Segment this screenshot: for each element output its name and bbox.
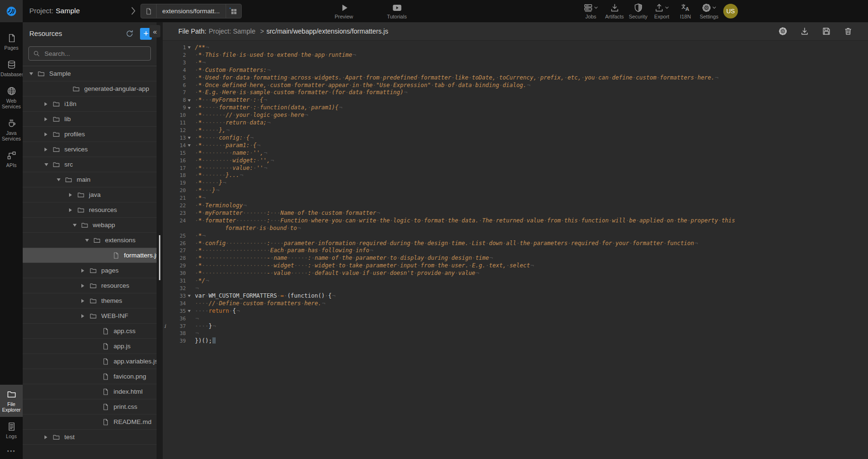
line-number: 12 [180, 127, 186, 134]
download-button[interactable] [800, 26, 809, 36]
expand-arrow-icon[interactable] [44, 148, 47, 151]
topbar-item-security[interactable]: Security [626, 2, 650, 19]
gutter: 19 [163, 179, 193, 187]
fold-arrow-icon[interactable] [188, 137, 191, 139]
settings-button[interactable] [778, 26, 788, 36]
delete-button[interactable] [843, 26, 853, 36]
expand-arrow-icon[interactable] [44, 435, 47, 439]
expand-arrow-icon[interactable] [81, 314, 84, 318]
expand-arrow-icon[interactable] [44, 102, 47, 106]
rail-item-databases[interactable]: Databases [0, 55, 23, 81]
collapse-arrow-icon[interactable] [73, 224, 77, 227]
tree-item-i18n[interactable]: i18n [23, 97, 157, 112]
tree-item-readme-md[interactable]: README.md [23, 415, 157, 430]
line-number: 4 [183, 67, 186, 74]
expand-arrow-icon[interactable] [69, 193, 72, 197]
code-area[interactable]: 1/**¬2·*·This·file·is·used·to·extend·the… [163, 41, 868, 345]
gutter: 34 [163, 300, 193, 308]
fold-arrow-icon[interactable] [188, 46, 191, 49]
app-logo[interactable] [0, 0, 23, 22]
tree-item-webapp[interactable]: webapp [23, 218, 157, 233]
tree-item-index-html[interactable]: index.html [23, 384, 157, 399]
rail-item-file-explorer[interactable]: File Explorer [0, 385, 23, 417]
project-name: Sample [56, 7, 80, 15]
code-line-2: 2·*·This·file·is·used·to·extend·the·app·… [163, 52, 868, 59]
save-button[interactable] [822, 26, 831, 36]
rail-item-logs[interactable]: Logs [0, 417, 23, 443]
more-options-icon[interactable]: ●●● [7, 443, 16, 459]
tree-item-app-variables-json[interactable]: app.variables.json [23, 354, 157, 369]
line-number: 33 [180, 292, 186, 300]
rail-item-web-services[interactable]: Web Services [0, 81, 23, 114]
line-number: 39 [180, 337, 186, 345]
search-box[interactable] [28, 46, 151, 61]
tree-item-resources[interactable]: resources [23, 203, 157, 218]
tree-item-java[interactable]: java [23, 187, 157, 203]
topbar-item-settings[interactable]: Settings [697, 2, 721, 19]
file-icon [112, 252, 120, 259]
topbar-item-i18n[interactable]: AI18N [674, 2, 697, 19]
fold-arrow-icon[interactable] [188, 144, 191, 147]
grid-layout-icon[interactable]: * [226, 4, 241, 18]
expand-arrow-icon[interactable] [81, 284, 84, 288]
tree-item-pages[interactable]: pages [23, 263, 157, 278]
expand-arrow-icon[interactable] [81, 269, 84, 273]
collapse-arrow-icon[interactable] [57, 178, 61, 181]
fold-arrow-icon[interactable] [188, 99, 191, 102]
tree-item-app-css[interactable]: app.css [23, 324, 157, 339]
tree-item-profiles[interactable]: profiles [23, 127, 157, 142]
chevron-right-icon[interactable] [129, 6, 138, 16]
topbar-item-preview[interactable]: Preview [331, 2, 357, 19]
expand-arrow-icon[interactable] [69, 208, 72, 212]
fold-arrow-icon[interactable] [188, 107, 191, 109]
collapse-arrow-icon[interactable] [44, 163, 48, 166]
expand-arrow-icon[interactable] [44, 132, 47, 136]
collapse-panel-button[interactable]: « [149, 25, 160, 37]
collapse-arrow-icon[interactable] [29, 72, 33, 75]
gutter: 30 [163, 270, 193, 277]
panel-scrollbar-thumb[interactable] [159, 235, 160, 280]
tree-item-favicon-png[interactable]: favicon.png [23, 369, 157, 384]
gutter: 8 [163, 97, 193, 104]
gutter: 21 [163, 194, 193, 202]
expand-arrow-icon[interactable] [44, 117, 47, 121]
tree-item-print-css[interactable]: print.css [23, 399, 157, 415]
line-number: 10 [180, 112, 186, 119]
tree-item-generated-angular-app[interactable]: generated-angular-app [23, 81, 157, 97]
tree-item-src[interactable]: src [23, 157, 157, 172]
open-file-tab[interactable]: extensions/formatt... * [140, 4, 242, 18]
tree-item-resources[interactable]: resources [23, 278, 157, 293]
tree-item-app-js[interactable]: app.js [23, 339, 157, 354]
resources-header: Resources + [23, 22, 157, 43]
rail-item-pages[interactable]: Pages [0, 28, 23, 55]
tree-item-label: print.css [114, 403, 137, 410]
refresh-icon[interactable] [125, 29, 134, 38]
topbar-item-jobs[interactable]: Jobs [579, 2, 603, 19]
expand-arrow-icon[interactable] [81, 299, 84, 303]
code-line-6: 6·*·Once·defined·here,·custom·formatter·… [163, 82, 868, 89]
panel-scrollbar[interactable] [157, 22, 163, 459]
user-avatar[interactable]: US [723, 4, 738, 18]
tree-item-lib[interactable]: lib [23, 112, 157, 127]
topbar-item-artifacts[interactable]: Artifacts [603, 2, 626, 19]
rail-item-java-services[interactable]: Java Services [0, 114, 23, 146]
tree-item-label: generated-angular-app [84, 85, 149, 92]
tree-item-themes[interactable]: themes [23, 293, 157, 309]
collapse-arrow-icon[interactable] [85, 239, 89, 242]
tree-item-main[interactable]: main [23, 172, 157, 187]
tree-item-extensions[interactable]: extensions [23, 233, 157, 248]
gutter: 17 [163, 165, 193, 172]
line-number: 20 [180, 187, 186, 194]
tree-item-formatters-js[interactable]: formatters.js [23, 248, 157, 263]
tree-item-web-inf[interactable]: WEB-INF [23, 309, 157, 324]
tree-item-sample[interactable]: Sample [23, 66, 157, 81]
line-number: 1 [183, 44, 186, 52]
fold-arrow-icon[interactable] [188, 310, 191, 312]
tree-item-test[interactable]: test [23, 430, 157, 445]
topbar-item-tutorials[interactable]: Tutorials [384, 2, 410, 19]
tree-item-services[interactable]: services [23, 142, 157, 157]
fold-arrow-icon[interactable] [188, 295, 191, 297]
rail-item-apis[interactable]: APIs [0, 146, 23, 172]
topbar-item-export[interactable]: Export [650, 2, 674, 19]
search-input[interactable] [44, 50, 146, 58]
